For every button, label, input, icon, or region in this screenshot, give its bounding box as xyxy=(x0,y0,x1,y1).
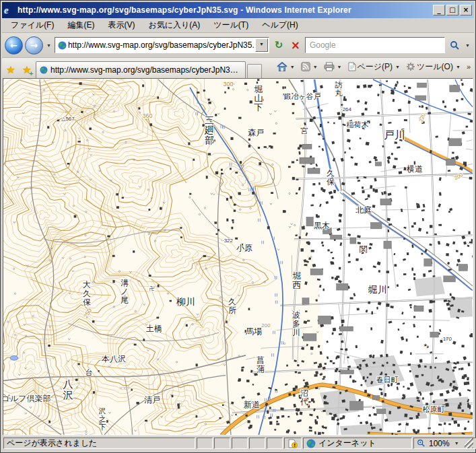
status-panel-5 xyxy=(267,438,283,449)
tools-button[interactable]: ツール(O) ▼ xyxy=(404,60,464,74)
menu-help[interactable]: ヘルプ(H) xyxy=(256,18,304,32)
refresh-button[interactable]: ↻ xyxy=(271,38,286,53)
globe-icon xyxy=(58,41,67,50)
page-icon xyxy=(348,62,356,71)
map-label: 堀山下 xyxy=(254,84,263,113)
back-button[interactable]: ← xyxy=(5,36,23,55)
search-input[interactable] xyxy=(308,40,442,50)
security-zone-panel: インターネット xyxy=(303,438,412,449)
page-label: ページ(P) xyxy=(358,61,393,73)
favorites-star-icon: ★ xyxy=(6,64,15,75)
tools-gear-icon xyxy=(406,62,415,71)
map-label: 久保 xyxy=(327,168,335,186)
search-button[interactable] xyxy=(447,38,462,53)
map-label: 宮 xyxy=(301,127,308,135)
map-label: 台 xyxy=(86,368,93,376)
zoom-panel[interactable]: 100% ▼ xyxy=(413,438,476,449)
map-label: 横道 xyxy=(406,164,423,174)
map-label: 本八沢 xyxy=(101,354,126,363)
menu-bar: ファイル(F) 編集(E) 表示(V) お気に入り(A) ツール(T) ヘルプ(… xyxy=(2,18,474,33)
map-label: 柳川 xyxy=(176,296,195,307)
map-label: 200 xyxy=(261,322,271,328)
topographic-map: 堀山下鍛冶ヶ谷戸三廻部森戸宮訪丸·264稲荷木戸川横道220200久保北庭黒木関… xyxy=(3,79,473,435)
home-button[interactable]: ▼ xyxy=(275,61,298,73)
page-button[interactable]: ページ(P) ▼ xyxy=(346,60,404,74)
home-dropdown[interactable]: ▼ xyxy=(289,65,296,69)
address-input[interactable] xyxy=(67,40,255,50)
print-icon xyxy=(324,62,335,71)
stop-icon: × xyxy=(291,40,300,51)
map-label: 360 xyxy=(142,112,152,119)
window-title: http://www.svg-map.org/svg/basemaps/cybe… xyxy=(18,5,432,15)
print-button[interactable]: ▼ xyxy=(322,61,345,73)
map-viewport: 堀山下鍛冶ヶ谷戸三廻部森戸宮訪丸·264稲荷木戸川横道220200久保北庭黒木関… xyxy=(3,78,473,435)
security-report-panel[interactable]: ! xyxy=(284,438,302,449)
close-button[interactable]: × xyxy=(460,5,472,15)
history-dropdown[interactable]: ▼ xyxy=(45,43,53,48)
map-label: 稲荷木 xyxy=(347,120,369,129)
map-label: 土橋 xyxy=(145,324,162,333)
address-dropdown[interactable]: ▼ xyxy=(255,38,268,52)
zoom-dropdown[interactable]: ▼ xyxy=(453,441,461,446)
status-panel-3 xyxy=(232,438,248,449)
print-dropdown[interactable]: ▼ xyxy=(336,65,343,69)
map-label: 馬場 xyxy=(245,326,262,336)
maximize-button[interactable]: □ xyxy=(446,5,458,15)
map-label: 新道 xyxy=(244,400,260,410)
back-icon: ← xyxy=(10,41,18,50)
map-label: 堀西 xyxy=(292,271,302,290)
navigation-bar: ← → ▼ ▼ ↻ × ▼ xyxy=(2,33,474,58)
status-panel-4 xyxy=(249,438,265,449)
new-tab-stub[interactable] xyxy=(247,64,262,78)
feeds-dropdown[interactable]: ▼ xyxy=(312,65,319,69)
resize-grip[interactable] xyxy=(465,438,473,448)
page-dropdown[interactable]: ▼ xyxy=(394,65,401,69)
home-icon xyxy=(277,62,287,71)
menu-edit[interactable]: 編集(E) xyxy=(61,18,100,32)
map-label: 訪丸 xyxy=(335,81,343,97)
map-label: 小原 xyxy=(236,243,252,252)
refresh-icon: ↻ xyxy=(275,40,283,50)
stop-button[interactable]: × xyxy=(288,38,303,53)
map-label: ★ xyxy=(346,355,350,359)
map-label: 関 xyxy=(360,244,368,254)
minimize-button[interactable]: _ xyxy=(433,5,445,15)
zoom-level: 100% xyxy=(429,439,450,448)
favorites-center-button[interactable]: ★ xyxy=(3,62,18,78)
tools-dropdown[interactable]: ▼ xyxy=(454,65,462,69)
map-label: 森戸 xyxy=(248,128,264,137)
tab-bar: ★ ★+ http://www.svg-map.org/svg/basemaps… xyxy=(2,58,474,78)
feeds-button[interactable]: ▼ xyxy=(299,61,321,73)
menu-file[interactable]: ファイル(F) xyxy=(5,18,60,32)
svg-text:!: ! xyxy=(294,443,296,448)
status-panel-2 xyxy=(214,438,230,449)
feeds-icon xyxy=(301,62,310,71)
map-label: 波多川 xyxy=(292,310,300,337)
map-label: 戸川 xyxy=(384,129,405,141)
title-bar: e http://www.svg-map.org/svg/basemaps/cy… xyxy=(2,2,474,18)
map-label: 沼代 xyxy=(300,388,308,407)
command-bar: ▼ ▼ ▼ ページ(P) ▼ ツール(O) ▼ » xyxy=(275,57,473,78)
map-label: 300 xyxy=(223,81,233,88)
map-label: 春日町 xyxy=(376,376,399,384)
menu-tools[interactable]: ツール(T) xyxy=(207,18,254,32)
search-icon xyxy=(450,40,460,50)
zone-globe-icon xyxy=(306,439,316,448)
status-message-panel: ページが表示されました xyxy=(3,438,195,449)
search-box xyxy=(305,37,445,53)
overflow-chevron[interactable]: » xyxy=(465,63,473,71)
tab-active[interactable]: http://www.svg-map.org/svg/basemaps/cybe… xyxy=(36,61,246,78)
map-label: ·322 xyxy=(222,238,234,244)
status-bar: ページが表示されました ! インターネット 100% ▼ xyxy=(2,435,474,451)
menu-favorites[interactable]: お気に入り(A) xyxy=(142,18,206,32)
tab-title: http://www.svg-map.org/svg/basemaps/cybe… xyxy=(50,65,242,75)
search-options-dropdown[interactable]: ▼ xyxy=(464,43,471,48)
tools-label: ツール(O) xyxy=(417,61,453,73)
forward-button[interactable]: → xyxy=(25,36,43,55)
map-label: 菖蒲 xyxy=(256,355,265,374)
add-favorite-button[interactable]: ★+ xyxy=(20,62,34,78)
map-label: 沢之下 xyxy=(99,407,106,431)
map-label: 清戸 xyxy=(144,395,160,405)
map-label: 黒木 xyxy=(314,221,330,230)
menu-view[interactable]: 表示(V) xyxy=(102,18,141,32)
